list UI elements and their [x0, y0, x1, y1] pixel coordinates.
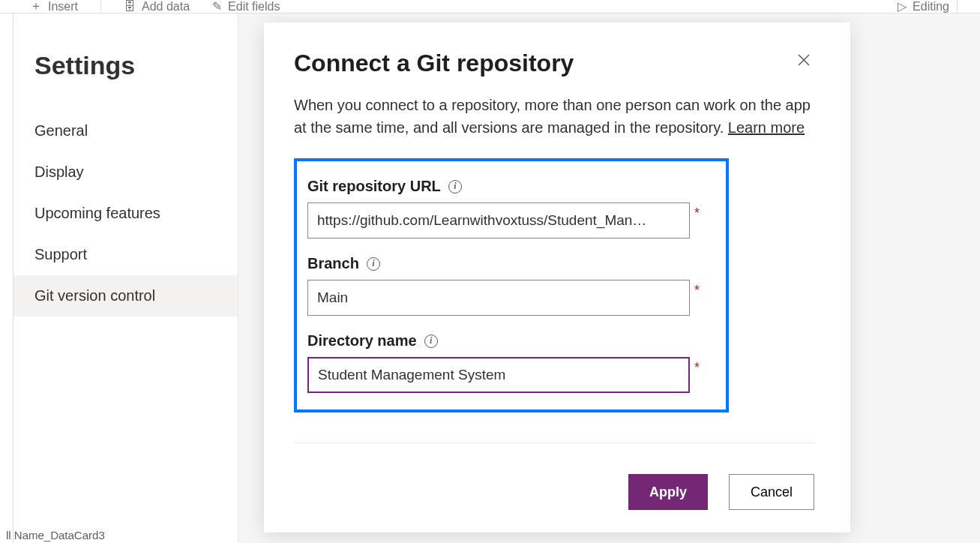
- settings-item-general[interactable]: General: [34, 110, 238, 152]
- learn-more-link[interactable]: Learn more: [728, 119, 805, 136]
- settings-panel: Settings General Display Upcoming featur…: [13, 14, 238, 543]
- close-icon: [796, 52, 811, 68]
- toolbar-editing[interactable]: ▷Editing: [898, 0, 949, 14]
- required-asterisk: *: [694, 360, 700, 376]
- pencil-icon: ✎: [212, 0, 222, 14]
- required-asterisk: *: [694, 206, 700, 221]
- form-highlight: Git repository URL i * Branch i * Direct…: [294, 158, 729, 412]
- database-icon: 🗄: [124, 0, 136, 14]
- modal-description: When you connect to a repository, more t…: [294, 94, 814, 139]
- status-bar-text: ll Name_DataCard3: [6, 529, 105, 542]
- top-toolbar: ＋Insert 🗄Add data ✎Edit fields ▷Editing: [0, 0, 980, 14]
- git-url-input[interactable]: [307, 202, 690, 238]
- toolbar-insert[interactable]: ＋Insert: [30, 0, 78, 14]
- settings-title: Settings: [34, 51, 238, 80]
- settings-item-display[interactable]: Display: [34, 152, 238, 193]
- left-rail: [0, 14, 13, 543]
- modal-title: Connect a Git repository: [294, 50, 574, 77]
- settings-item-support[interactable]: Support: [34, 234, 238, 275]
- apply-button[interactable]: Apply: [628, 474, 708, 510]
- branch-input[interactable]: [307, 280, 690, 316]
- cancel-button[interactable]: Cancel: [729, 474, 814, 510]
- git-connect-modal: Connect a Git repository When you connec…: [264, 22, 850, 532]
- required-asterisk: *: [694, 283, 700, 298]
- info-icon[interactable]: i: [367, 257, 380, 271]
- close-button[interactable]: [793, 50, 814, 75]
- info-icon[interactable]: i: [424, 334, 438, 348]
- directory-label: Directory name i: [307, 332, 715, 350]
- toolbar-add-data[interactable]: 🗄Add data: [124, 0, 190, 14]
- directory-input[interactable]: [307, 357, 690, 393]
- info-icon[interactable]: i: [448, 180, 462, 194]
- settings-item-upcoming[interactable]: Upcoming features: [34, 193, 238, 234]
- play-icon: ▷: [898, 0, 907, 14]
- toolbar-edit-fields[interactable]: ✎Edit fields: [212, 0, 280, 14]
- branch-label: Branch i: [307, 255, 715, 272]
- settings-item-git[interactable]: Git version control: [13, 275, 238, 316]
- url-label: Git repository URL i: [307, 178, 715, 195]
